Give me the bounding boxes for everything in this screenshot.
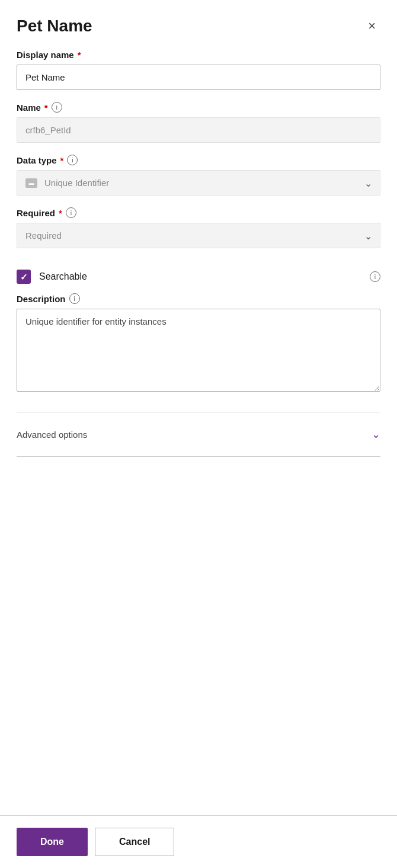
required-info-icon[interactable]: i [66,207,76,218]
description-info-icon[interactable]: i [69,293,80,304]
name-info-icon[interactable]: i [52,102,62,113]
searchable-container: ✓ Searchable [17,270,361,284]
name-label: Name * i [17,102,380,113]
required-required: * [59,208,62,218]
data-type-label: Data type * i [17,155,380,165]
data-type-select-wrapper: ▬ Unique Identifier ⌄ [17,170,380,196]
name-required: * [44,103,48,113]
panel-title: Pet Name [17,17,92,36]
checkmark-icon: ✓ [20,273,28,281]
required-group: Required * i Required ⌄ [17,207,380,248]
advanced-options-divider-top [17,412,380,412]
cancel-button[interactable]: Cancel [95,828,174,856]
data-type-select[interactable]: ▬ Unique Identifier [17,170,380,196]
searchable-label: Searchable [39,271,87,282]
spacer [17,463,380,815]
searchable-row: ✓ Searchable i [17,260,380,293]
done-button[interactable]: Done [17,828,88,856]
searchable-info-icon[interactable]: i [370,271,380,282]
required-select-wrapper: Required ⌄ [17,223,380,248]
advanced-options-label: Advanced options [17,430,87,440]
advanced-options-chevron-icon: ⌄ [372,428,380,441]
required-value: Required [25,230,62,241]
name-group: Name * i [17,102,380,143]
display-name-group: Display name * [17,50,380,90]
searchable-checkbox[interactable]: ✓ [17,270,31,284]
required-select[interactable]: Required [17,223,380,248]
panel-header: Pet Name × [17,17,380,36]
data-type-value: Unique Identifier [44,178,109,188]
description-group: Description i Unique identifier for enti… [17,293,380,394]
data-type-info-icon[interactable]: i [67,155,78,165]
close-button[interactable]: × [363,17,380,35]
data-type-icon: ▬ [25,178,37,188]
display-name-input[interactable] [17,65,380,90]
data-type-required: * [60,155,64,165]
display-name-required: * [78,50,81,60]
display-name-label: Display name * [17,50,380,60]
name-input [17,117,380,143]
footer: Done Cancel [0,815,397,868]
description-textarea[interactable]: Unique identifier for entity instances [17,309,380,392]
advanced-options-row[interactable]: Advanced options ⌄ [17,418,380,450]
description-label: Description i [17,293,380,304]
required-label: Required * i [17,207,380,218]
advanced-options-divider-bottom [17,456,380,457]
data-type-group: Data type * i ▬ Unique Identifier ⌄ [17,155,380,196]
